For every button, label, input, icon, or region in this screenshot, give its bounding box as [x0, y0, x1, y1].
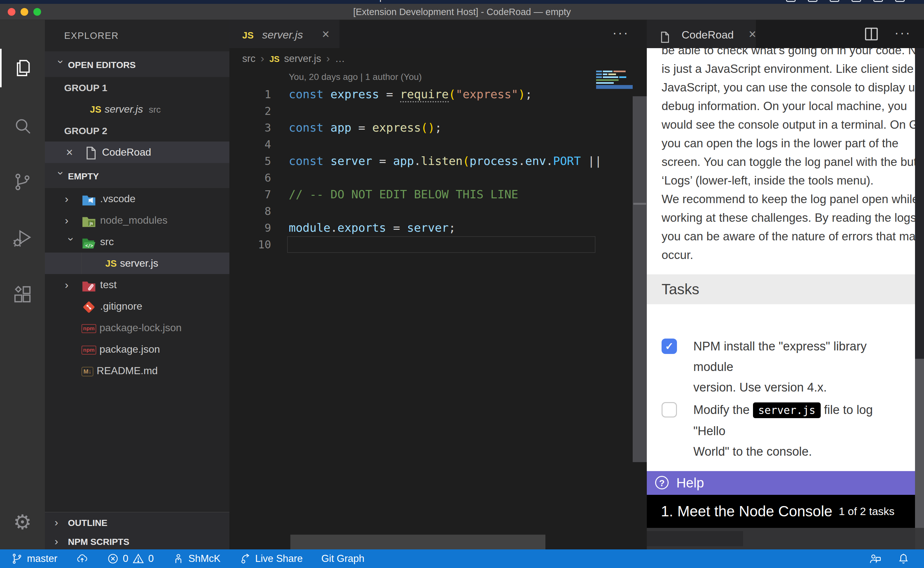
- error-icon: [107, 553, 119, 565]
- help-accordion[interactable]: ? Help: [647, 471, 915, 495]
- line-number: 2: [229, 103, 271, 119]
- search-icon[interactable]: [0, 107, 45, 145]
- close-tab-icon[interactable]: ×: [749, 27, 756, 41]
- tree-item-package-lock-json[interactable]: npmpackage-lock.json: [45, 317, 229, 338]
- file-icon: [83, 146, 98, 160]
- live-share-button[interactable]: Live Share: [239, 553, 303, 565]
- tree-item-readme-md[interactable]: M↓README.md: [45, 360, 229, 382]
- npm-scripts-section-header[interactable]: › NPM SCRIPTS: [45, 531, 229, 549]
- code-line-1[interactable]: 1const express = require("express");: [229, 86, 647, 103]
- menu-item-edit[interactable]: Edit: [96, 0, 125, 2]
- code-line-5[interactable]: 5const server = app.listen(process.env.P…: [229, 153, 647, 169]
- git-icon: [81, 300, 96, 314]
- close-tab-icon[interactable]: ×: [322, 27, 330, 41]
- code-line-4[interactable]: 4: [229, 136, 647, 153]
- tree-item--vscode[interactable]: ›.vscode: [45, 188, 229, 210]
- tree-item-server-js[interactable]: JSserver.js: [45, 252, 229, 274]
- gitlens-blame-annotation[interactable]: You, 20 days ago | 1 author (You): [289, 72, 422, 82]
- menu-item-view[interactable]: View: [176, 0, 209, 2]
- tree-item-package-json[interactable]: npmpackage.json: [45, 338, 229, 360]
- menu-item-window[interactable]: Window: [314, 0, 359, 2]
- code-editor[interactable]: You, 20 days ago | 1 author (You) 1const…: [229, 68, 647, 549]
- line-number: 6: [229, 169, 271, 186]
- git-graph-button[interactable]: Git Graph: [321, 553, 364, 565]
- minimap[interactable]: [596, 71, 633, 89]
- code-line-6[interactable]: 6: [229, 169, 647, 186]
- code-line-8[interactable]: 8: [229, 203, 647, 219]
- menu-item-run[interactable]: Run: [235, 0, 266, 2]
- menu-item-code[interactable]: Code: [32, 0, 67, 2]
- open-editors-section-header[interactable]: › OPEN EDITORS: [45, 51, 229, 77]
- node-modules-folder-icon: js: [81, 215, 100, 226]
- line-number: 1: [229, 86, 271, 103]
- menu-items[interactable]: CodeFileEditSelectionViewGoRunTerminalWi…: [32, 0, 392, 2]
- code-line-9[interactable]: 9module.exports = server;: [229, 219, 647, 236]
- coderoad-panel: CodeRoad × ··· be able to check what’s g…: [647, 20, 924, 549]
- minimap-slider[interactable]: [596, 85, 633, 89]
- task-checkbox-checked[interactable]: ✓: [662, 338, 677, 354]
- editor-horizontal-scrollbar[interactable]: [290, 535, 546, 549]
- tab-coderoad[interactable]: CodeRoad ×: [647, 20, 756, 48]
- code-line-10[interactable]: 10: [229, 236, 647, 253]
- branch-icon: [11, 553, 23, 565]
- code-line-3[interactable]: 3const app = express();: [229, 119, 647, 136]
- code-line-7[interactable]: 7// -- DO NOT EDIT BELOW THIS LINE: [229, 186, 647, 203]
- publish-changes-button[interactable]: [76, 553, 88, 565]
- tutorial-step-bar[interactable]: 1. Meet the Node Console 1 of 2 tasks: [647, 495, 915, 528]
- explorer-icon[interactable]: [0, 49, 45, 87]
- panel-more-actions-button[interactable]: ···: [894, 20, 911, 48]
- menu-item-file[interactable]: File: [67, 0, 96, 2]
- coderoad-webview: be able to check what’s going on in your…: [647, 48, 924, 549]
- folder-section-header[interactable]: › EMPTY: [45, 163, 229, 188]
- source-control-icon[interactable]: [0, 163, 45, 201]
- outline-section-header[interactable]: › OUTLINE: [45, 512, 229, 531]
- open-editor-item-server-js[interactable]: JSserver.jssrc: [45, 98, 229, 120]
- live-share-user-item[interactable]: ShMcK: [172, 553, 220, 565]
- webview-horizontal-scrollbar[interactable]: [647, 531, 743, 546]
- tree-item-node-modules[interactable]: ›jsnode_modules: [45, 210, 229, 231]
- menu-item-terminal[interactable]: Terminal: [266, 0, 314, 2]
- webview-vertical-scrollbar[interactable]: [915, 48, 924, 549]
- paragraph-line: working at these challenges. By reading …: [662, 208, 915, 227]
- menu-item-go[interactable]: Go: [209, 0, 235, 2]
- settings-gear-icon[interactable]: ⚙: [0, 508, 45, 536]
- paragraph-line: debug information. On your local machine…: [662, 97, 915, 116]
- open-editors-group-label[interactable]: GROUP 2: [45, 120, 229, 142]
- notifications-bell-icon[interactable]: [897, 552, 910, 565]
- tutorial-content[interactable]: be able to check what’s going on in your…: [647, 48, 915, 471]
- step-title: 1. Meet the Node Console: [661, 495, 832, 528]
- feedback-icon[interactable]: [869, 552, 882, 565]
- git-branch-item[interactable]: master: [11, 553, 57, 565]
- open-editor-item-coderoad[interactable]: ×CodeRoad: [45, 142, 229, 163]
- close-editor-icon[interactable]: ×: [66, 142, 73, 163]
- paragraph-line: you can be aware of the nature of errors…: [662, 227, 915, 246]
- help-label: Help: [676, 471, 704, 495]
- tab-server-js[interactable]: JS server.js ×: [229, 20, 339, 48]
- open-editors-group-label[interactable]: GROUP 1: [45, 77, 229, 98]
- menu-item-help[interactable]: Help: [359, 0, 392, 2]
- inline-code-chip: server.js: [753, 402, 821, 418]
- tree-item--gitignore[interactable]: .gitignore: [45, 296, 229, 317]
- window-title-bar: [Extension Development Host] - CodeRoad …: [0, 4, 924, 20]
- editor-more-actions-button[interactable]: ···: [612, 20, 629, 48]
- tree-item-src[interactable]: ›</>src: [45, 231, 229, 252]
- run-and-debug-icon[interactable]: [0, 219, 45, 257]
- problems-item[interactable]: 0 0: [107, 553, 154, 565]
- menu-item-selection[interactable]: Selection: [125, 0, 176, 2]
- paragraph-line: ‘Logs’ (lower-left, inside the tools men…: [662, 171, 915, 190]
- task-checkbox-unchecked[interactable]: [662, 402, 677, 417]
- panel-tab-bar: CodeRoad × ···: [647, 20, 924, 48]
- split-editor-icon[interactable]: [864, 26, 879, 43]
- editor-vertical-scrollbar[interactable]: [633, 96, 647, 462]
- extensions-icon[interactable]: [0, 275, 45, 314]
- tree-item-test[interactable]: ›test: [45, 274, 229, 296]
- breadcrumb[interactable]: src›JSserver.js›…: [242, 48, 345, 68]
- sidebar-title: EXPLORER: [64, 20, 119, 51]
- scrollbar-thumb[interactable]: [915, 359, 924, 528]
- line-number: 3: [229, 119, 271, 136]
- svg-text:js: js: [89, 221, 93, 226]
- code-line-2[interactable]: 2: [229, 103, 647, 119]
- explorer-sidebar: EXPLORER › OPEN EDITORS GROUP 1JSserver.…: [45, 20, 229, 549]
- window-title: [Extension Development Host] - CodeRoad …: [0, 4, 924, 20]
- test-folder-icon: [81, 279, 100, 291]
